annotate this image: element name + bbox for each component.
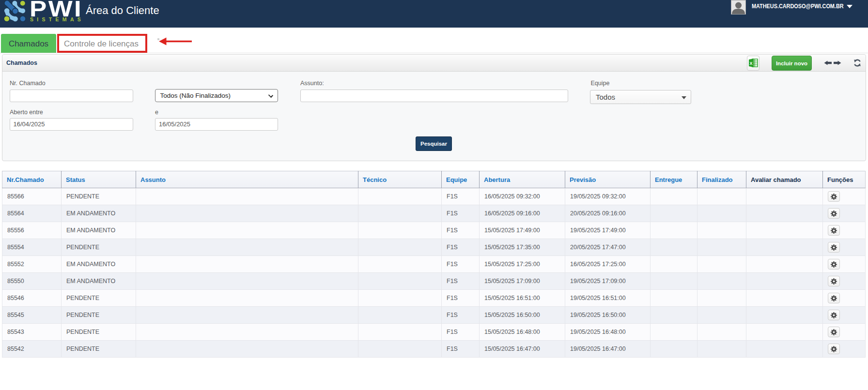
svg-text:X: X (750, 61, 753, 66)
